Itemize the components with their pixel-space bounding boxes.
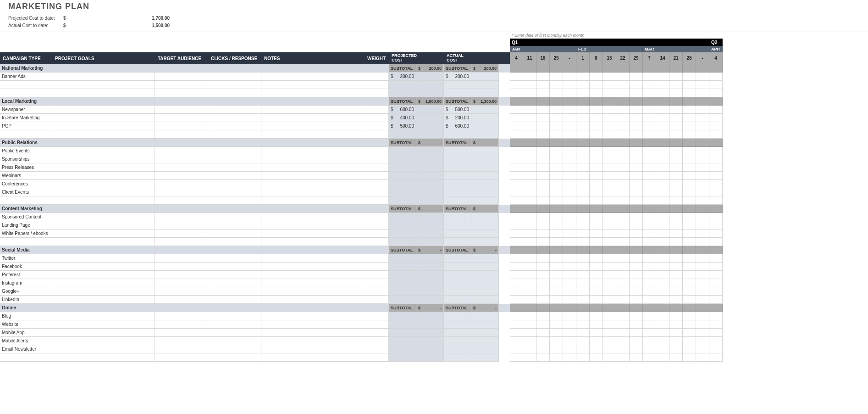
gantt-cell[interactable]	[510, 73, 523, 81]
gantt-cell[interactable]	[576, 304, 590, 312]
gantt-cell[interactable]	[536, 97, 550, 106]
cell[interactable]	[52, 254, 155, 263]
cell[interactable]	[208, 229, 261, 238]
gantt-cell[interactable]	[696, 196, 709, 205]
cell[interactable]	[208, 155, 261, 163]
gantt-cell[interactable]	[669, 221, 683, 229]
cell[interactable]	[155, 155, 208, 163]
proj-cost-cell[interactable]	[389, 188, 416, 196]
cell[interactable]	[362, 81, 389, 89]
gantt-cell[interactable]	[576, 329, 590, 337]
gantt-cell[interactable]	[696, 345, 709, 353]
gantt-cell[interactable]	[510, 64, 523, 73]
gantt-cell[interactable]	[603, 106, 616, 114]
actual-cost-cell[interactable]	[444, 196, 471, 205]
row-label[interactable]: Blog	[0, 312, 52, 320]
cell[interactable]	[208, 114, 261, 122]
cell[interactable]	[208, 106, 261, 114]
gantt-cell[interactable]	[656, 213, 669, 221]
cell[interactable]	[208, 205, 261, 213]
gantt-cell[interactable]	[630, 196, 643, 205]
cell[interactable]	[362, 97, 389, 106]
cell[interactable]	[416, 172, 444, 180]
gantt-cell[interactable]	[669, 81, 683, 89]
gantt-cell[interactable]	[683, 329, 696, 337]
row-label[interactable]: Mobile Alerts	[0, 337, 52, 345]
gantt-cell[interactable]	[656, 246, 669, 254]
gantt-cell[interactable]	[603, 64, 616, 73]
gantt-cell[interactable]	[590, 229, 603, 238]
gantt-cell[interactable]	[563, 205, 576, 213]
gantt-cell[interactable]	[536, 180, 550, 188]
cell[interactable]	[155, 254, 208, 263]
gantt-cell[interactable]	[550, 287, 563, 296]
gantt-cell[interactable]	[590, 337, 603, 345]
cell[interactable]	[208, 254, 261, 263]
gantt-cell[interactable]	[709, 188, 723, 196]
cell[interactable]	[52, 312, 155, 320]
gantt-cell[interactable]	[576, 221, 590, 229]
gantt-cell[interactable]	[523, 221, 536, 229]
cell[interactable]	[471, 221, 499, 229]
gantt-cell[interactable]	[510, 345, 523, 353]
gantt-cell[interactable]	[603, 130, 616, 139]
cell[interactable]	[52, 64, 155, 73]
cell[interactable]	[261, 263, 362, 271]
gantt-cell[interactable]	[656, 163, 669, 172]
gantt-cell[interactable]	[669, 114, 683, 122]
gantt-cell[interactable]	[643, 205, 656, 213]
gantt-cell[interactable]	[643, 163, 656, 172]
cell[interactable]	[155, 320, 208, 329]
cell[interactable]	[208, 172, 261, 180]
gantt-cell[interactable]	[536, 353, 550, 362]
gantt-cell[interactable]	[630, 329, 643, 337]
cell[interactable]	[52, 271, 155, 279]
gantt-cell[interactable]	[576, 114, 590, 122]
row-label[interactable]	[0, 130, 52, 139]
cell[interactable]	[471, 114, 499, 122]
gantt-cell[interactable]	[603, 221, 616, 229]
gantt-cell[interactable]	[656, 73, 669, 81]
cell[interactable]	[52, 296, 155, 304]
cell[interactable]	[155, 89, 208, 97]
gantt-cell[interactable]	[536, 304, 550, 312]
gantt-cell[interactable]	[630, 114, 643, 122]
gantt-cell[interactable]	[576, 263, 590, 271]
cell[interactable]	[155, 304, 208, 312]
day-cell[interactable]: -	[696, 52, 709, 64]
gantt-cell[interactable]	[643, 114, 656, 122]
gantt-cell[interactable]	[603, 89, 616, 97]
gantt-cell[interactable]	[576, 271, 590, 279]
cell[interactable]	[471, 271, 499, 279]
gantt-cell[interactable]	[563, 147, 576, 155]
gantt-cell[interactable]	[656, 130, 669, 139]
gantt-cell[interactable]	[669, 329, 683, 337]
gantt-cell[interactable]	[550, 73, 563, 81]
gantt-cell[interactable]	[630, 73, 643, 81]
cell[interactable]	[52, 196, 155, 205]
cell[interactable]	[155, 353, 208, 362]
cell[interactable]	[52, 246, 155, 254]
gantt-cell[interactable]	[523, 263, 536, 271]
cell[interactable]	[208, 139, 261, 147]
gantt-cell[interactable]	[656, 312, 669, 320]
proj-cost-cell[interactable]	[389, 263, 416, 271]
proj-cost-cell[interactable]	[389, 172, 416, 180]
gantt-cell[interactable]	[616, 279, 630, 287]
gantt-cell[interactable]	[563, 263, 576, 271]
gantt-cell[interactable]	[616, 329, 630, 337]
actual-cost-cell[interactable]	[444, 130, 471, 139]
cell[interactable]	[261, 353, 362, 362]
cell[interactable]	[208, 130, 261, 139]
gantt-cell[interactable]	[590, 287, 603, 296]
gantt-cell[interactable]	[576, 122, 590, 130]
gantt-cell[interactable]	[510, 337, 523, 345]
gantt-cell[interactable]	[590, 279, 603, 287]
cell[interactable]	[52, 304, 155, 312]
actual-cost-cell[interactable]	[444, 221, 471, 229]
gantt-cell[interactable]	[643, 147, 656, 155]
cell[interactable]	[261, 172, 362, 180]
gantt-cell[interactable]	[523, 205, 536, 213]
gantt-cell[interactable]	[550, 155, 563, 163]
gantt-cell[interactable]	[563, 287, 576, 296]
